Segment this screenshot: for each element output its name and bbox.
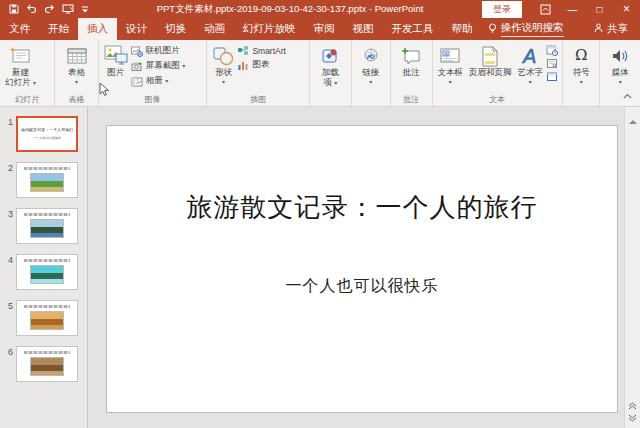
maximize-button[interactable]: □ (586, 0, 613, 18)
slide-canvas[interactable]: 旅游散文记录：一个人的旅行 一个人也可以很快乐 (106, 125, 618, 413)
collapse-ribbon-icon[interactable] (623, 85, 632, 103)
tab-review[interactable]: 审阅 (305, 18, 344, 40)
slide-number-label: 3 (0, 209, 13, 219)
tab-animations[interactable]: 动画 (195, 18, 234, 40)
slide-thumbnail-6[interactable] (16, 346, 78, 382)
undo-icon[interactable] (26, 4, 37, 14)
slide-thumbnail-2[interactable] (16, 162, 78, 198)
group-links: 链接 ▾ (352, 40, 392, 106)
tab-help[interactable]: 帮助 (443, 18, 482, 40)
save-icon[interactable] (9, 4, 19, 14)
svg-text:A: A (522, 45, 536, 67)
thumbnail-image (30, 265, 64, 284)
omega-symbol-icon: Ω (575, 44, 587, 68)
tab-view[interactable]: 视图 (344, 18, 383, 40)
slide-number-label: 1 (0, 117, 13, 127)
thumbnail-text-line (24, 305, 70, 308)
smartart-button[interactable]: SmartArt (237, 45, 286, 56)
thumbnail-title-text: 旅游散文记录：一个人的旅行 (21, 127, 73, 132)
ribbon: 新建 幻灯片 ▾ 幻灯片 表格 ▾ 表格 (0, 40, 640, 107)
quick-access-toolbar (0, 4, 98, 14)
tab-transitions[interactable]: 切换 (156, 18, 195, 40)
thumbnail-row: 6 (0, 346, 87, 382)
slide-title-text[interactable]: 旅游散文记录：一个人的旅行 (107, 190, 617, 225)
share-button[interactable]: 共享 (582, 18, 640, 40)
insert-object-button[interactable] (546, 71, 558, 82)
pictures-button[interactable]: 图片 (101, 43, 131, 79)
tab-file[interactable]: 文件 (0, 18, 39, 40)
links-button[interactable]: 链接 ▾ (358, 43, 384, 86)
tell-me-box[interactable]: 操作说明搜索 (488, 18, 564, 40)
tab-slideshow[interactable]: 幻灯片放映 (234, 18, 305, 40)
slide-thumbnail-3[interactable] (16, 208, 78, 244)
tab-developer[interactable]: 开发工具 (383, 18, 443, 40)
tab-home[interactable]: 开始 (39, 18, 78, 40)
online-pictures-button[interactable]: 联机图片 (131, 45, 185, 57)
group-label-slides: 幻灯片 (0, 94, 54, 105)
group-comments: 批注 批注 (391, 40, 433, 106)
thumbnail-text-line (24, 259, 70, 262)
slide-thumbnail-5[interactable] (16, 300, 78, 336)
slide-thumbnail-4[interactable] (16, 254, 78, 290)
group-label-images: 图像 (99, 94, 207, 105)
thumbnail-row: 3 (0, 208, 87, 244)
addins-button[interactable]: 加载 项 ▾ (317, 43, 343, 89)
thumbnail-image (30, 219, 64, 238)
group-label-text: 文本 (433, 94, 562, 105)
screenshot-icon (131, 61, 143, 72)
header-footer-button[interactable]: 页眉和页脚 (466, 43, 515, 79)
previous-slide-icon[interactable] (628, 402, 637, 410)
tab-design[interactable]: 设计 (117, 18, 156, 40)
redo-icon[interactable] (44, 4, 55, 14)
sign-in-button[interactable]: 登录 (482, 1, 522, 18)
chart-button[interactable]: 图表 (237, 59, 286, 71)
ribbon-tabs: 文件 开始 插入 设计 切换 动画 幻灯片放映 审阅 视图 开发工具 帮助 操作… (0, 18, 640, 40)
start-slideshow-icon[interactable] (62, 4, 74, 14)
group-illustrations: 形状 ▾ SmartArt 图表 (207, 40, 310, 106)
thumbnail-row: 4 (0, 254, 87, 290)
table-icon (67, 44, 87, 68)
photo-album-button[interactable]: 相册 ▾ (131, 75, 185, 87)
wordart-button[interactable]: A 艺术字 ▾ (515, 43, 547, 86)
link-icon (361, 44, 381, 68)
window-controls: — □ × (532, 0, 640, 18)
shapes-icon (212, 44, 234, 68)
slide-thumbnail-1[interactable]: 旅游散文记录：一个人的旅行 一个人也可以很快乐 (16, 116, 78, 152)
slide-subtitle-text[interactable]: 一个人也可以很快乐 (107, 276, 617, 297)
media-button[interactable]: 媒体 ▾ (607, 43, 633, 86)
tab-insert[interactable]: 插入 (78, 18, 117, 40)
tabs-spacer (564, 18, 583, 40)
next-slide-icon[interactable] (628, 414, 637, 422)
slide-number-icon (546, 58, 558, 69)
minimize-button[interactable]: — (559, 0, 586, 18)
slide-number-button[interactable] (546, 58, 558, 69)
date-time-button[interactable] (546, 45, 558, 56)
group-label-tables: 表格 (55, 94, 97, 105)
slide-number-label: 4 (0, 255, 13, 265)
vertical-scrollbar[interactable] (624, 107, 640, 428)
slide-thumbnails-panel: 1 旅游散文记录：一个人的旅行 一个人也可以很快乐 2 3 (0, 107, 88, 428)
text-box-icon: A (439, 44, 461, 68)
group-tables: 表格 ▾ 表格 (55, 40, 98, 106)
customize-qat-icon[interactable] (81, 5, 89, 14)
screenshot-button[interactable]: 屏幕截图 ▾ (131, 60, 185, 72)
close-button[interactable]: × (613, 0, 640, 18)
smartart-icon (237, 45, 249, 56)
scroll-up-arrow-icon[interactable] (629, 110, 637, 128)
new-slide-button[interactable]: 新建 幻灯片 ▾ (2, 43, 39, 89)
share-label: 共享 (607, 22, 628, 36)
powerpoint-window: PPT文件素材.pptx-2019-09-03-10-42-30-137.ppt… (0, 0, 640, 428)
text-box-button[interactable]: A 文本框 ▾ (435, 43, 467, 86)
thumbnail-row: 5 (0, 300, 87, 336)
symbol-button[interactable]: Ω 符号 ▾ (570, 43, 593, 86)
thumbnail-row: 2 (0, 162, 87, 198)
thumbnail-subtitle-text: 一个人也可以很快乐 (21, 136, 73, 140)
content-area: 1 旅游散文记录：一个人的旅行 一个人也可以很快乐 2 3 (0, 107, 640, 428)
online-pictures-icon (131, 46, 143, 57)
slide-nav-buttons (628, 402, 637, 422)
table-button[interactable]: 表格 ▾ (64, 43, 90, 86)
slide-editor-area: 旅游散文记录：一个人的旅行 一个人也可以很快乐 (88, 107, 624, 428)
comment-button[interactable]: 批注 (397, 43, 425, 79)
shapes-button[interactable]: 形状 ▾ (209, 43, 237, 86)
ribbon-display-options-icon[interactable] (532, 0, 559, 18)
